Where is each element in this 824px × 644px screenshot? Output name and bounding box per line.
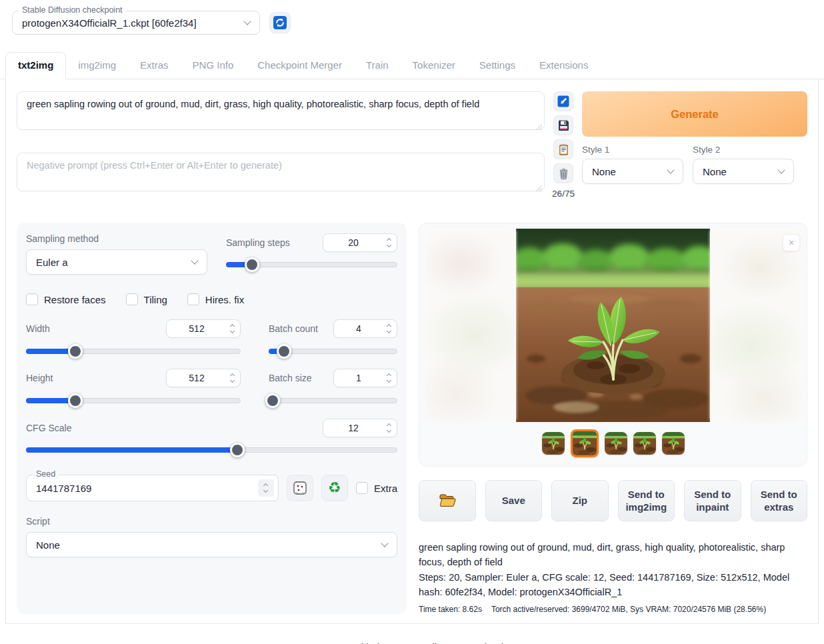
batch-count-slider[interactable] — [269, 344, 397, 359]
checkpoint-selector: Stable Diffusion checkpoint protogenX34O… — [12, 11, 260, 35]
sampling-steps-slider[interactable] — [226, 257, 397, 272]
sampling-steps-label: Sampling steps — [226, 237, 290, 248]
close-gallery-button[interactable]: × — [783, 234, 800, 251]
tab-png-info[interactable]: PNG Info — [181, 53, 246, 79]
width-input[interactable]: 512 — [166, 319, 241, 338]
save-button[interactable]: Save — [485, 480, 543, 521]
extra-seed-checkbox[interactable]: Extra — [356, 482, 397, 494]
sampling-method-label: Sampling method — [26, 233, 207, 244]
clear-prompt-button[interactable] — [553, 163, 573, 183]
gallery-thumbnail[interactable] — [571, 429, 599, 457]
gallery-thumbnail[interactable] — [633, 432, 656, 455]
width-label: Width — [26, 323, 50, 334]
main-tabs: txt2img img2img Extras PNG Info Checkpoi… — [0, 52, 824, 79]
script-label: Script — [26, 516, 397, 527]
stepper-arrows[interactable] — [258, 479, 274, 497]
clipboard-icon — [557, 143, 570, 156]
tab-settings[interactable]: Settings — [467, 53, 527, 79]
apply-style-button[interactable] — [553, 139, 573, 159]
tab-train[interactable]: Train — [354, 53, 401, 79]
seed-input[interactable]: 1441787169 — [26, 475, 279, 501]
info-prompt-text: green sapling rowing out of ground, mud,… — [419, 540, 801, 570]
negative-prompt-input[interactable] — [17, 153, 545, 191]
batch-count-input[interactable]: 4 — [333, 319, 397, 338]
output-gallery: × — [419, 223, 807, 467]
checkpoint-label: Stable Diffusion checkpoint — [19, 5, 126, 15]
send-to-img2img-button[interactable]: Send to img2img — [618, 480, 675, 521]
save-style-button[interactable] — [553, 115, 573, 135]
style2-dropdown[interactable]: None — [693, 159, 794, 184]
tab-extras[interactable]: Extras — [128, 53, 181, 79]
chevron-down-icon — [381, 539, 388, 547]
chevron-down-icon — [243, 17, 251, 25]
gallery-side-blur — [425, 229, 516, 422]
height-input[interactable]: 512 — [166, 369, 241, 387]
batch-size-slider[interactable] — [269, 393, 397, 408]
open-folder-button[interactable] — [419, 480, 476, 521]
sampling-method-dropdown[interactable]: Euler a — [26, 249, 207, 275]
cfg-scale-slider[interactable] — [26, 443, 397, 457]
gallery-thumbnail[interactable] — [542, 432, 565, 455]
prompt-input[interactable]: green sapling rowing out of ground, mud,… — [17, 91, 545, 130]
height-label: Height — [26, 373, 53, 383]
height-slider[interactable] — [26, 393, 241, 408]
hires-fix-checkbox[interactable]: Hires. fix — [187, 293, 244, 305]
stepper-arrows[interactable] — [383, 239, 397, 247]
reuse-seed-button[interactable]: ♻ — [321, 475, 348, 501]
txt2img-panel: green sapling rowing out of ground, mud,… — [5, 79, 819, 624]
seed-label: Seed — [33, 469, 59, 479]
refresh-checkpoints-button[interactable] — [269, 12, 291, 33]
generated-image[interactable] — [516, 229, 710, 422]
tab-tokenizer[interactable]: Tokenizer — [401, 53, 467, 79]
sampling-steps-input[interactable]: 20 — [323, 233, 397, 252]
style1-label: Style 1 — [582, 145, 683, 155]
gallery-thumbnail[interactable] — [662, 432, 685, 455]
send-to-extras-button[interactable]: Send to extras — [751, 480, 808, 521]
paste-params-button[interactable] — [553, 91, 573, 111]
chevron-down-icon — [777, 166, 785, 173]
open-folder-icon — [439, 493, 456, 508]
zip-button[interactable]: Zip — [551, 480, 609, 521]
chevron-down-icon — [191, 257, 198, 264]
performance-text: Time taken: 8.62sTorch active/reserved: … — [419, 605, 801, 614]
generation-settings-panel: Sampling method Euler a Sampling steps 2… — [17, 223, 407, 614]
gallery-side-blur — [710, 229, 801, 422]
footer-link-api[interactable]: API — [308, 641, 324, 644]
width-slider[interactable] — [26, 344, 241, 359]
floppy-disk-icon — [557, 119, 570, 132]
checkbox-box[interactable] — [26, 293, 38, 305]
checkpoint-value: protogenX34OfficialR_1.ckpt [60fe2f34] — [22, 17, 197, 29]
dice-icon — [293, 481, 307, 495]
gallery-thumbnail[interactable] — [605, 432, 627, 455]
footer-link-gradio[interactable]: Gradio — [412, 641, 442, 644]
style2-label: Style 2 — [693, 145, 794, 155]
style1-dropdown[interactable]: None — [582, 159, 683, 184]
resize-grip-icon[interactable] — [535, 123, 543, 131]
paste-arrow-icon — [557, 95, 570, 108]
batch-count-label: Batch count — [269, 323, 318, 334]
trash-icon — [557, 167, 570, 180]
script-dropdown[interactable]: None — [26, 532, 397, 557]
send-to-inpaint-button[interactable]: Send to inpaint — [684, 480, 741, 521]
tab-checkpoint-merger[interactable]: Checkpoint Merger — [245, 53, 354, 79]
resize-grip-icon[interactable] — [535, 185, 543, 192]
footer-link-github[interactable]: Github — [353, 641, 383, 644]
random-seed-button[interactable] — [287, 475, 313, 501]
tab-extensions[interactable]: Extensions — [527, 53, 600, 79]
checkbox-box[interactable] — [187, 293, 199, 305]
batch-size-label: Batch size — [269, 373, 312, 383]
info-params-text: Steps: 20, Sampler: Euler a, CFG scale: … — [419, 570, 801, 600]
checkbox-box[interactable] — [126, 293, 138, 305]
batch-size-input[interactable]: 1 — [333, 369, 397, 387]
generate-button[interactable]: Generate — [582, 91, 807, 137]
restore-faces-checkbox[interactable]: Restore faces — [26, 293, 106, 305]
tab-txt2img[interactable]: txt2img — [5, 52, 66, 79]
cfg-scale-input[interactable]: 12 — [323, 419, 397, 437]
footer-link-reload-ui[interactable]: Reload UI — [472, 641, 517, 644]
chevron-down-icon — [667, 166, 674, 173]
checkbox-box[interactable] — [356, 482, 368, 494]
tiling-checkbox[interactable]: Tiling — [126, 293, 167, 305]
gallery-thumbnails — [425, 429, 801, 458]
token-counter: 26/75 — [552, 189, 575, 199]
tab-img2img[interactable]: img2img — [66, 53, 128, 79]
